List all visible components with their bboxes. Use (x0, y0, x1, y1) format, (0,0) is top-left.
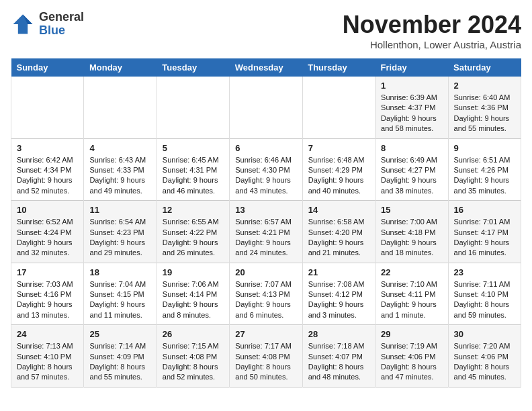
day-number: 30 (454, 329, 515, 339)
calendar-day-cell (302, 77, 375, 138)
day-info: Sunrise: 6:54 AMSunset: 4:23 PMDaylight:… (89, 217, 150, 259)
calendar-week-row: 24Sunrise: 7:13 AMSunset: 4:10 PMDayligh… (11, 325, 521, 387)
calendar-header: SundayMondayTuesdayWednesdayThursdayFrid… (11, 58, 521, 77)
day-info: Sunrise: 7:03 AMSunset: 4:16 PMDaylight:… (17, 279, 78, 321)
calendar-day-cell: 12Sunrise: 6:55 AMSunset: 4:22 PMDayligh… (157, 201, 229, 263)
day-info: Sunrise: 7:04 AMSunset: 4:15 PMDaylight:… (89, 279, 150, 321)
calendar-week-row: 1Sunrise: 6:39 AMSunset: 4:37 PMDaylight… (11, 77, 521, 138)
calendar-day-cell: 18Sunrise: 7:04 AMSunset: 4:15 PMDayligh… (84, 263, 157, 325)
calendar-day-cell: 21Sunrise: 7:08 AMSunset: 4:12 PMDayligh… (302, 263, 375, 325)
day-number: 13 (235, 205, 296, 215)
day-info: Sunrise: 7:08 AMSunset: 4:12 PMDaylight:… (308, 279, 369, 321)
month-title: November 2024 (343, 11, 521, 39)
calendar-week-row: 10Sunrise: 6:52 AMSunset: 4:24 PMDayligh… (11, 201, 521, 263)
day-number: 12 (163, 205, 224, 215)
calendar-day-cell: 27Sunrise: 7:17 AMSunset: 4:08 PMDayligh… (230, 325, 302, 387)
calendar-day-cell: 23Sunrise: 7:11 AMSunset: 4:10 PMDayligh… (448, 263, 521, 325)
calendar-day-cell: 28Sunrise: 7:18 AMSunset: 4:07 PMDayligh… (302, 325, 375, 387)
calendar-day-cell: 8Sunrise: 6:49 AMSunset: 4:27 PMDaylight… (375, 138, 448, 201)
day-number: 8 (381, 143, 442, 153)
day-number: 18 (89, 267, 150, 277)
weekday-header: Wednesday (230, 58, 302, 77)
title-block: November 2024 Hollenthon, Lower Austria,… (343, 11, 521, 50)
day-info: Sunrise: 7:00 AMSunset: 4:18 PMDaylight:… (381, 217, 442, 259)
calendar-day-cell: 3Sunrise: 6:42 AMSunset: 4:34 PMDaylight… (11, 138, 84, 201)
logo-general: General (39, 10, 84, 24)
day-number: 22 (381, 267, 442, 277)
day-number: 7 (308, 143, 369, 153)
calendar-day-cell: 1Sunrise: 6:39 AMSunset: 4:37 PMDaylight… (375, 77, 448, 138)
day-info: Sunrise: 6:57 AMSunset: 4:21 PMDaylight:… (235, 217, 296, 259)
calendar-day-cell: 2Sunrise: 6:40 AMSunset: 4:36 PMDaylight… (448, 77, 521, 138)
logo: General Blue (11, 11, 84, 38)
day-info: Sunrise: 7:13 AMSunset: 4:10 PMDaylight:… (17, 341, 78, 383)
day-info: Sunrise: 7:11 AMSunset: 4:10 PMDaylight:… (454, 279, 515, 321)
calendar-day-cell: 22Sunrise: 7:10 AMSunset: 4:11 PMDayligh… (375, 263, 448, 325)
day-info: Sunrise: 7:20 AMSunset: 4:06 PMDaylight:… (454, 341, 515, 383)
day-number: 19 (163, 267, 224, 277)
day-number: 15 (381, 205, 442, 215)
weekday-header: Thursday (302, 58, 375, 77)
location: Hollenthon, Lower Austria, Austria (343, 39, 521, 50)
day-info: Sunrise: 7:01 AMSunset: 4:17 PMDaylight:… (454, 217, 515, 259)
logo-text: General Blue (39, 11, 84, 38)
calendar-day-cell: 7Sunrise: 6:48 AMSunset: 4:29 PMDaylight… (302, 138, 375, 201)
weekday-header: Friday (375, 58, 448, 77)
day-number: 11 (89, 205, 150, 215)
day-info: Sunrise: 6:40 AMSunset: 4:36 PMDaylight:… (454, 93, 515, 134)
day-number: 23 (454, 267, 515, 277)
calendar-day-cell: 24Sunrise: 7:13 AMSunset: 4:10 PMDayligh… (11, 325, 84, 387)
day-number: 6 (235, 143, 296, 153)
day-number: 21 (308, 267, 369, 277)
day-number: 17 (17, 267, 78, 277)
calendar-day-cell (11, 77, 84, 138)
day-info: Sunrise: 7:19 AMSunset: 4:06 PMDaylight:… (381, 341, 442, 383)
calendar-day-cell (157, 77, 229, 138)
weekday-header: Monday (84, 58, 157, 77)
calendar-day-cell: 16Sunrise: 7:01 AMSunset: 4:17 PMDayligh… (448, 201, 521, 263)
day-info: Sunrise: 6:39 AMSunset: 4:37 PMDaylight:… (381, 93, 442, 134)
weekday-header: Saturday (448, 58, 521, 77)
day-info: Sunrise: 7:15 AMSunset: 4:08 PMDaylight:… (163, 341, 224, 383)
calendar-day-cell: 19Sunrise: 7:06 AMSunset: 4:14 PMDayligh… (157, 263, 229, 325)
calendar-day-cell (230, 77, 302, 138)
day-info: Sunrise: 6:51 AMSunset: 4:26 PMDaylight:… (454, 155, 515, 197)
day-info: Sunrise: 6:55 AMSunset: 4:22 PMDaylight:… (163, 217, 224, 259)
day-number: 4 (89, 143, 150, 153)
day-number: 28 (308, 329, 369, 339)
calendar-day-cell: 26Sunrise: 7:15 AMSunset: 4:08 PMDayligh… (157, 325, 229, 387)
day-number: 1 (381, 81, 442, 91)
calendar-day-cell: 5Sunrise: 6:45 AMSunset: 4:31 PMDaylight… (157, 138, 229, 201)
day-number: 27 (235, 329, 296, 339)
calendar-day-cell: 29Sunrise: 7:19 AMSunset: 4:06 PMDayligh… (375, 325, 448, 387)
calendar-day-cell: 6Sunrise: 6:46 AMSunset: 4:30 PMDaylight… (230, 138, 302, 201)
calendar-day-cell (84, 77, 157, 138)
day-number: 14 (308, 205, 369, 215)
day-info: Sunrise: 7:10 AMSunset: 4:11 PMDaylight:… (381, 279, 442, 321)
day-number: 16 (454, 205, 515, 215)
calendar-body: 1Sunrise: 6:39 AMSunset: 4:37 PMDaylight… (11, 77, 521, 387)
logo-icon (11, 12, 35, 36)
day-number: 2 (454, 81, 515, 91)
calendar-day-cell: 25Sunrise: 7:14 AMSunset: 4:09 PMDayligh… (84, 325, 157, 387)
weekday-header: Sunday (11, 58, 84, 77)
calendar-day-cell: 10Sunrise: 6:52 AMSunset: 4:24 PMDayligh… (11, 201, 84, 263)
calendar-day-cell: 4Sunrise: 6:43 AMSunset: 4:33 PMDaylight… (84, 138, 157, 201)
day-info: Sunrise: 7:18 AMSunset: 4:07 PMDaylight:… (308, 341, 369, 383)
logo-blue: Blue (39, 24, 65, 37)
calendar-day-cell: 13Sunrise: 6:57 AMSunset: 4:21 PMDayligh… (230, 201, 302, 263)
day-number: 3 (17, 143, 78, 153)
day-info: Sunrise: 6:49 AMSunset: 4:27 PMDaylight:… (381, 155, 442, 197)
calendar-week-row: 3Sunrise: 6:42 AMSunset: 4:34 PMDaylight… (11, 138, 521, 201)
calendar-day-cell: 9Sunrise: 6:51 AMSunset: 4:26 PMDaylight… (448, 138, 521, 201)
page-header: General Blue November 2024 Hollenthon, L… (11, 11, 521, 50)
weekday-header: Tuesday (157, 58, 229, 77)
day-number: 9 (454, 143, 515, 153)
calendar-day-cell: 17Sunrise: 7:03 AMSunset: 4:16 PMDayligh… (11, 263, 84, 325)
day-info: Sunrise: 7:07 AMSunset: 4:13 PMDaylight:… (235, 279, 296, 321)
calendar-day-cell: 15Sunrise: 7:00 AMSunset: 4:18 PMDayligh… (375, 201, 448, 263)
calendar-day-cell: 14Sunrise: 6:58 AMSunset: 4:20 PMDayligh… (302, 201, 375, 263)
calendar-day-cell: 11Sunrise: 6:54 AMSunset: 4:23 PMDayligh… (84, 201, 157, 263)
day-info: Sunrise: 7:06 AMSunset: 4:14 PMDaylight:… (163, 279, 224, 321)
calendar-week-row: 17Sunrise: 7:03 AMSunset: 4:16 PMDayligh… (11, 263, 521, 325)
